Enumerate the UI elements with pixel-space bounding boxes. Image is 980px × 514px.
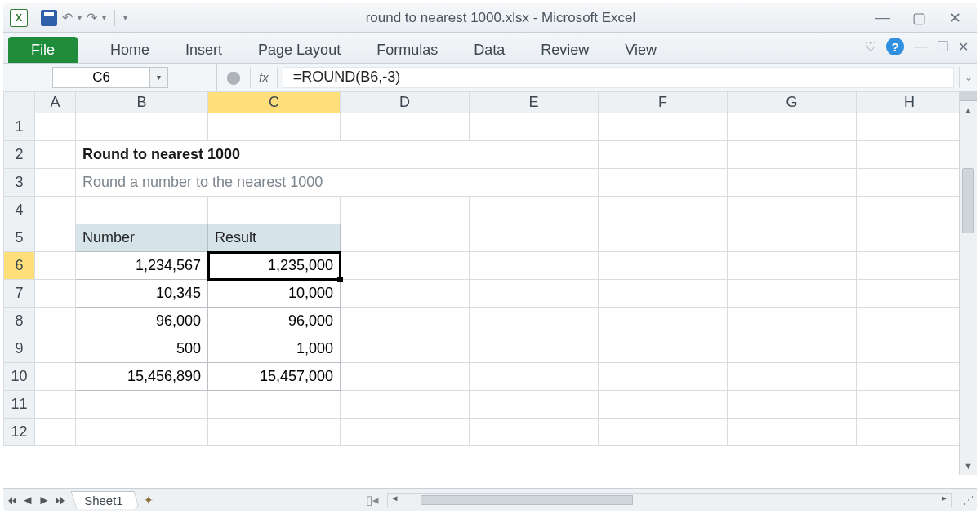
save-icon[interactable] [41, 10, 57, 26]
fx-icon[interactable]: fx [250, 67, 278, 88]
split-handle[interactable] [960, 91, 977, 101]
sheet-nav-first-icon[interactable]: ⏮ [3, 493, 20, 507]
undo-dropdown-icon[interactable]: ▾ [78, 13, 82, 22]
workbook-minimize-icon[interactable]: — [914, 39, 927, 54]
name-box[interactable]: C6 [52, 67, 150, 88]
horizontal-scrollbar[interactable] [387, 493, 952, 507]
col-header-b[interactable]: B [76, 92, 208, 113]
row-header-10[interactable]: 10 [4, 363, 35, 391]
tab-split-handle[interactable]: ▯◂ [366, 493, 379, 507]
workbook-close-icon[interactable]: ✕ [958, 39, 969, 55]
cell-c10[interactable]: 15,457,000 [208, 363, 341, 391]
cell-c8[interactable]: 96,000 [208, 308, 341, 335]
workbook-restore-icon[interactable]: ❐ [937, 39, 948, 55]
cell-b6[interactable]: 1,234,567 [76, 252, 208, 280]
file-tab[interactable]: File [8, 37, 78, 63]
sheet-nav-next-icon[interactable]: ► [36, 493, 52, 507]
row-header-9[interactable]: 9 [4, 335, 35, 363]
quick-access-toolbar: X ↶ ▾ ↷ ▾ ▾ [10, 9, 127, 27]
cell-c9[interactable]: 1,000 [208, 335, 341, 363]
qat-divider [114, 10, 115, 26]
row-header-8[interactable]: 8 [4, 308, 35, 335]
row-header-4[interactable]: 4 [4, 197, 35, 224]
sheet-subtitle[interactable]: Round a number to the nearest 1000 [76, 169, 599, 197]
formula-expand-icon[interactable]: ⌄ [959, 67, 977, 88]
ribbon-tabs: File Home Insert Page Layout Formulas Da… [3, 33, 977, 64]
table-header-number[interactable]: Number [76, 224, 208, 252]
row-header-11[interactable]: 11 [4, 391, 35, 419]
new-sheet-icon[interactable]: ✦ [144, 494, 154, 507]
col-header-e[interactable]: E [470, 92, 599, 113]
cell-c6[interactable]: 1,235,000 [208, 252, 341, 280]
redo-icon[interactable]: ↷ [87, 10, 97, 25]
sheet-nav-prev-icon[interactable]: ◄ [20, 493, 36, 507]
col-header-h[interactable]: H [857, 92, 963, 113]
ribbon-minimize-icon[interactable]: ♡ [865, 39, 876, 55]
tab-home[interactable]: Home [92, 37, 167, 63]
row-header-1[interactable]: 1 [4, 113, 35, 141]
close-icon[interactable]: ✕ [946, 11, 964, 24]
tab-page-layout[interactable]: Page Layout [240, 37, 359, 63]
excel-app-icon[interactable]: X [10, 9, 28, 27]
scroll-down-icon[interactable]: ▼ [960, 457, 977, 475]
scroll-thumb[interactable] [962, 168, 974, 233]
formula-bar-row: C6 ▾ ⬤ fx =ROUND(B6,-3) ⌄ [3, 64, 977, 91]
window-title: round to nearest 1000.xlsx - Microsoft E… [127, 10, 874, 26]
select-all-corner[interactable] [4, 92, 35, 113]
scroll-track[interactable] [960, 119, 977, 457]
row-header-2[interactable]: 2 [4, 141, 35, 169]
cell-b10[interactable]: 15,456,890 [76, 363, 208, 391]
sheet-title[interactable]: Round to nearest 1000 [76, 141, 599, 169]
worksheet-grid[interactable]: A B C D E F G H 1 2Round to nearest 1000… [3, 91, 977, 475]
hscroll-thumb[interactable] [421, 495, 633, 505]
sheet-nav-last-icon[interactable]: ⏭ [52, 493, 69, 507]
col-header-a[interactable]: A [35, 92, 76, 113]
row-header-3[interactable]: 3 [4, 169, 35, 197]
redo-dropdown-icon[interactable]: ▾ [102, 13, 106, 22]
formula-input[interactable]: =ROUND(B6,-3) [283, 67, 954, 88]
row-header-5[interactable]: 5 [4, 224, 35, 252]
col-header-f[interactable]: F [599, 92, 728, 113]
cell-c7[interactable]: 10,000 [208, 280, 341, 308]
col-header-c[interactable]: C [208, 92, 341, 113]
sheet-tab-bar: ⏮ ◄ ► ⏭ Sheet1 ✦ ▯◂ ⋰ [3, 488, 977, 511]
sheet-tab-active[interactable]: Sheet1 [70, 491, 140, 509]
help-icon[interactable]: ? [886, 38, 904, 55]
sheet-tab-label: Sheet1 [84, 494, 123, 507]
formula-cancel-icon[interactable]: ⬤ [217, 69, 250, 85]
name-box-dropdown-icon[interactable]: ▾ [150, 67, 168, 88]
col-header-g[interactable]: G [728, 92, 857, 113]
row-header-7[interactable]: 7 [4, 280, 35, 308]
cell-b9[interactable]: 500 [76, 335, 208, 363]
table-header-result[interactable]: Result [208, 224, 341, 252]
row-header-6[interactable]: 6 [4, 252, 35, 280]
cell-b8[interactable]: 96,000 [76, 308, 208, 335]
vertical-scrollbar[interactable]: ▲ ▼ [959, 91, 977, 475]
tab-data[interactable]: Data [456, 37, 523, 63]
undo-icon[interactable]: ↶ [62, 10, 73, 25]
cell-b7[interactable]: 10,345 [76, 280, 208, 308]
tab-view[interactable]: View [607, 37, 675, 63]
minimize-icon[interactable]: — [874, 11, 892, 24]
maximize-icon[interactable]: ▢ [910, 11, 928, 24]
tab-review[interactable]: Review [523, 37, 607, 63]
col-header-d[interactable]: D [341, 92, 470, 113]
window-controls: — ▢ ✕ [874, 11, 970, 24]
tab-formulas[interactable]: Formulas [359, 37, 456, 63]
resize-grip-icon[interactable]: ⋰ [960, 494, 977, 507]
titlebar: X ↶ ▾ ↷ ▾ ▾ round to nearest 1000.xlsx -… [3, 3, 977, 33]
row-header-12[interactable]: 12 [4, 419, 35, 446]
scroll-up-icon[interactable]: ▲ [960, 101, 977, 119]
tab-insert[interactable]: Insert [167, 37, 240, 63]
